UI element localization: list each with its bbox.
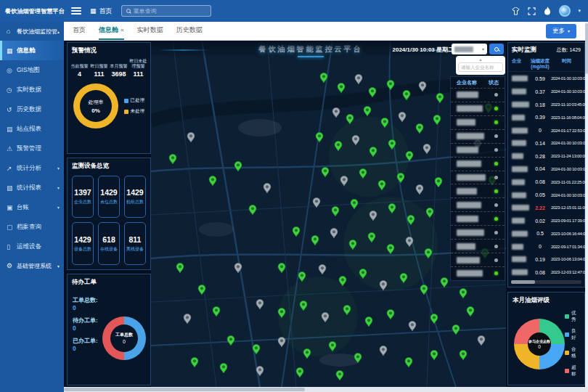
realtime-row[interactable]: 0.08 2023-11-01 22:25:00: [512, 176, 583, 189]
horizontal-scrollbar[interactable]: [64, 387, 588, 392]
tab-0[interactable]: 首页: [73, 22, 86, 40]
enterprise-row[interactable]: [451, 171, 505, 184]
rating-donut: 参与企业总数 0: [514, 319, 565, 369]
flame-icon[interactable]: [543, 7, 552, 15]
enterprise-row[interactable]: [451, 88, 505, 102]
realtime-row[interactable]: 0.02 2023-09-01 17:39:00: [512, 214, 583, 227]
blurred-enterprise-name: [457, 188, 477, 195]
enterprise-row[interactable]: [451, 197, 505, 211]
record-time: 2022-09-17 01:34:00: [551, 245, 588, 249]
tab-label: 信息舱: [99, 25, 118, 35]
sidebar-item-2[interactable]: ◎ GIS地图: [0, 60, 64, 80]
realtime-scrollbar[interactable]: [511, 280, 581, 284]
chevron-down-icon[interactable]: ▾: [578, 8, 581, 14]
enterprise-row[interactable]: [451, 129, 505, 143]
enterprise-row[interactable]: [451, 239, 505, 253]
sidebar-item-3[interactable]: ◷ 实时数据: [0, 80, 64, 99]
realtime-row[interactable]: 0 2022-09-17 01:34:00: [512, 240, 583, 253]
realtime-row[interactable]: 2.22 2023-12-15 01:11:00: [512, 201, 583, 214]
legend-item: 良好: [565, 328, 578, 341]
sidebar-item-0[interactable]: ⌂ 餐饮油烟监控管理系统 ▴: [0, 22, 64, 41]
blurred-company-name: [512, 269, 528, 275]
record-time: 2023-12-03 12:47:00: [551, 270, 588, 274]
enterprise-row[interactable]: [451, 115, 505, 129]
realtime-row[interactable]: 0.18 2023-11-10 03:45:00: [512, 98, 583, 111]
sidebar-item-11[interactable]: ▯ 运维设备: [0, 237, 64, 256]
blurred-company-name: [512, 166, 528, 172]
sidebar-item-label: 台账: [17, 203, 29, 212]
sidebar-item-label: 信息舱: [17, 46, 36, 55]
gear-icon: ⚙: [7, 262, 17, 269]
map-canvas[interactable]: 餐饮油烟智能监控云平台 2024/1/30 10:03 星期二 ▾ ▲ 企业名称…: [151, 41, 506, 387]
enterprise-row[interactable]: [451, 253, 505, 266]
enterprise-row[interactable]: [451, 102, 505, 115]
realtime-row[interactable]: 0.37 2024-01-30 10:03:00: [512, 85, 583, 98]
concentration-value: 0: [529, 128, 551, 133]
process-rate-value: 0%: [91, 107, 100, 114]
history-icon: ↺: [7, 106, 17, 113]
sidebar-item-8[interactable]: ▧ 统计报表 ▾: [0, 178, 64, 197]
tab-3[interactable]: 历史数据: [176, 22, 203, 40]
map-search-button[interactable]: [489, 44, 504, 54]
concentration-value: 0.39: [529, 115, 551, 120]
sidebar-item-4[interactable]: ↺ 历史数据: [0, 99, 64, 119]
sidebar-item-10[interactable]: ▢ 档案查询: [0, 217, 64, 237]
menu-search-input[interactable]: [134, 8, 206, 15]
sidebar-item-1[interactable]: ▦ 信息舱: [0, 41, 64, 60]
realtime-row[interactable]: 0.04 2024-01-30 10:03:00: [512, 163, 583, 176]
area-select[interactable]: ▾: [452, 44, 487, 54]
col-enterprise-name: 企业名称: [457, 79, 477, 86]
legend-label: 优秀: [571, 310, 578, 323]
enterprise-row[interactable]: [451, 266, 505, 280]
legend-label: 超标: [571, 364, 578, 377]
vertical-scrollbar[interactable]: [585, 22, 588, 387]
enterprise-search-input[interactable]: [458, 62, 503, 72]
realtime-row[interactable]: 0.08 2023-12-03 12:47:00: [512, 266, 583, 279]
legend-swatch: [565, 332, 569, 337]
avatar[interactable]: [559, 5, 571, 17]
sidebar-item-7[interactable]: ↗ 统计分析 ▾: [0, 158, 64, 178]
topbar-home-tab[interactable]: ▦ 首页: [90, 7, 113, 16]
enterprise-row[interactable]: [451, 225, 505, 239]
collapse-toggle[interactable]: ▲: [456, 56, 505, 62]
realtime-row[interactable]: 0.14 2024-01-30 10:03:00: [512, 137, 583, 150]
tab-2[interactable]: 实时数据: [137, 22, 163, 40]
concentration-value: 0.14: [529, 141, 551, 146]
more-button[interactable]: 更多 ▾: [546, 24, 576, 38]
realtime-row[interactable]: 0.28 2023-11-24 13:00:00: [512, 150, 583, 163]
blurred-company-name: [512, 256, 526, 262]
record-time: 2024-01-17 22:53:00: [551, 128, 588, 133]
dashboard-icon: ▦: [7, 47, 17, 54]
realtime-row[interactable]: 0.59 2024-01-30 10:03:00: [512, 73, 583, 86]
realtime-row[interactable]: 0.5 2023-10-06 16:44:00: [512, 227, 583, 240]
realtime-row[interactable]: 0.39 2023-11-16 08:04:00: [512, 111, 583, 124]
status-dot-offline: [494, 148, 498, 152]
tab-1[interactable]: 信息舱 ×: [99, 22, 124, 40]
sidebar-item-6[interactable]: ⚠ 预警管理: [0, 139, 64, 158]
warning-stat-label: 昨日未处理预警: [128, 59, 148, 69]
ledger-icon: ▣: [7, 204, 17, 211]
tab-label: 首页: [73, 25, 86, 35]
enterprise-row[interactable]: [451, 143, 505, 157]
enterprise-row[interactable]: [451, 211, 505, 225]
blurred-enterprise-name: [457, 229, 484, 236]
warning-stat: 昨日未处理预警 111: [128, 59, 148, 78]
blurred-company-name: [512, 192, 526, 198]
warning-stat-value: 4: [70, 70, 89, 78]
realtime-row[interactable]: 0.05 2024-01-30 10:03:00: [512, 189, 583, 202]
sidebar-item-5[interactable]: ▤ 站点报表: [0, 119, 64, 139]
enterprise-search-panel: ▲: [456, 56, 505, 75]
chevron-down-icon: ▾: [482, 46, 484, 52]
sidebar-item-12[interactable]: ⚙ 基础管理系统 ▾: [0, 256, 64, 275]
enterprise-row[interactable]: [451, 157, 505, 171]
enterprise-row[interactable]: [451, 184, 505, 197]
realtime-row[interactable]: 0.19 2023-10-06 13:04:00: [512, 253, 583, 266]
fullscreen-icon[interactable]: [527, 7, 536, 15]
sidebar-item-9[interactable]: ▣ 台账 ▾: [0, 197, 64, 217]
realtime-row[interactable]: 0 2024-01-17 22:53:00: [512, 124, 583, 137]
tab-label: 历史数据: [176, 25, 203, 35]
search-icon: [494, 47, 499, 52]
close-icon[interactable]: ×: [121, 27, 124, 33]
theme-icon[interactable]: [511, 7, 520, 15]
menu-toggle-icon[interactable]: [71, 7, 81, 15]
